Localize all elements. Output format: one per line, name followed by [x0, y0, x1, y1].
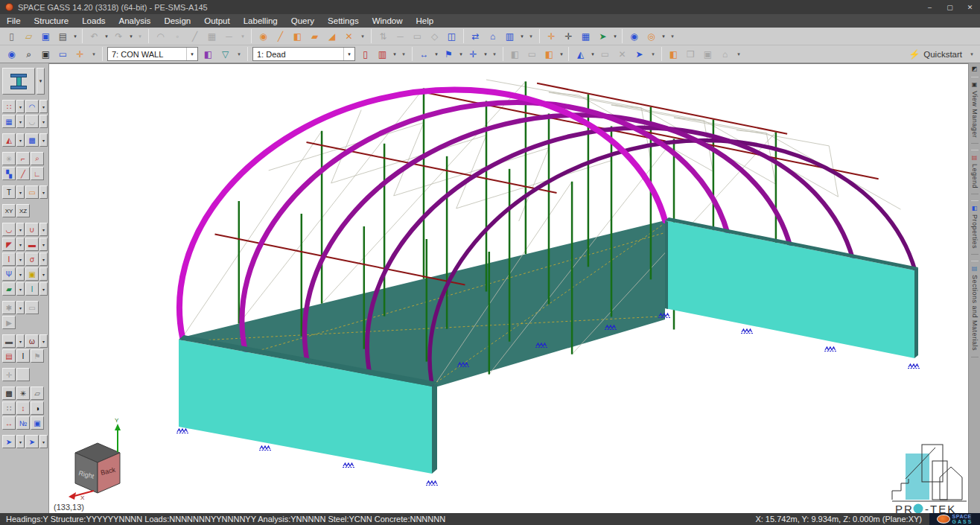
- select-members-button[interactable]: ╱: [273, 29, 288, 44]
- arc-members-button[interactable]: ◡: [2, 223, 16, 236]
- node-loads-dropdown[interactable]: ▾: [482, 47, 489, 62]
- print-dropdown[interactable]: ▾: [71, 29, 79, 44]
- sections-library-button[interactable]: Ⅰ: [25, 282, 39, 296]
- renderer-button[interactable]: ➤: [595, 29, 611, 44]
- more-select-dropdown[interactable]: ▾: [358, 29, 367, 44]
- delete-button[interactable]: ◫: [444, 29, 459, 44]
- loadcase-combo-arrow-icon[interactable]: ▾: [343, 48, 354, 60]
- pointer-tool-button[interactable]: ➤: [25, 435, 39, 448]
- selection-box-button[interactable]: ▣: [31, 416, 44, 430]
- more-loadcase-dropdown[interactable]: ▾: [399, 47, 408, 62]
- snap-grid-button[interactable]: ▩: [2, 386, 16, 400]
- section-layers-button[interactable]: ◧: [200, 47, 216, 62]
- rect-frame-dropdown[interactable]: ▾: [39, 238, 48, 251]
- beam-dimension-button[interactable]: Ⅰ: [16, 349, 30, 363]
- datasheets-button[interactable]: ▦: [578, 29, 594, 44]
- more-panels-dropdown[interactable]: ▾: [734, 47, 743, 62]
- menu-item-structure[interactable]: Structure: [28, 14, 76, 28]
- more-quickstart-dropdown[interactable]: ▾: [967, 47, 976, 62]
- dimension-tool-dropdown[interactable]: ▾: [39, 185, 48, 199]
- undo-dropdown[interactable]: ▾: [103, 29, 110, 44]
- menu-item-analysis[interactable]: Analysis: [112, 14, 158, 28]
- measure-button[interactable]: ▭: [55, 47, 71, 62]
- more-edit-dropdown[interactable]: ▾: [526, 29, 535, 44]
- snap-points-button[interactable]: ✳: [16, 386, 30, 400]
- wand-dark-button[interactable]: ✛: [561, 29, 576, 44]
- pitched-frame-dropdown[interactable]: ▾: [16, 238, 25, 251]
- menu-item-help[interactable]: Help: [410, 14, 441, 28]
- paste-properties-dropdown[interactable]: ▾: [660, 29, 667, 44]
- new-file-button[interactable]: ▯: [4, 29, 19, 44]
- wand-orange-button[interactable]: ✛: [544, 29, 559, 44]
- grid-tool-button[interactable]: ▦: [2, 115, 16, 128]
- nodes-tool-dropdown[interactable]: ▾: [16, 100, 25, 113]
- model-viewport[interactable]: Right Back Y X PR -TEK Local Professiona…: [49, 63, 968, 513]
- zoom-node-tool-button[interactable]: ⌕: [31, 152, 44, 165]
- redo-dropdown[interactable]: ▾: [127, 29, 135, 44]
- diagonal-member-tool-button[interactable]: ╱: [16, 167, 30, 180]
- axes-toggle-button[interactable]: ↕: [16, 401, 30, 415]
- numbers-toggle-button[interactable]: №: [16, 416, 30, 430]
- mesh-tool-button[interactable]: ▩: [25, 133, 39, 147]
- menu-item-loads[interactable]: Loads: [75, 14, 112, 28]
- more-loads-dropdown[interactable]: ▾: [490, 47, 499, 62]
- plane-xy-button[interactable]: XY: [2, 204, 16, 217]
- spring-supports-button[interactable]: ▣: [25, 267, 39, 281]
- dimension-tool-button[interactable]: ▭: [25, 185, 39, 199]
- info-tool-dropdown[interactable]: ▾: [16, 435, 25, 448]
- pill-tool-dropdown[interactable]: ▾: [16, 334, 25, 348]
- mesh-tool-dropdown[interactable]: ▾: [39, 133, 48, 147]
- section-shape-button[interactable]: [2, 68, 35, 95]
- filter-button[interactable]: ▽: [217, 47, 233, 62]
- more-filter-dropdown[interactable]: ▾: [235, 47, 244, 62]
- zoom-extents-button[interactable]: ◉: [4, 47, 19, 62]
- select-section-button[interactable]: ◢: [324, 29, 340, 44]
- menu-item-output[interactable]: Output: [197, 14, 237, 28]
- distributed-loads-dropdown[interactable]: ▾: [433, 47, 440, 62]
- rect-frame-button[interactable]: ▬: [25, 238, 39, 251]
- quickstart-button[interactable]: ⚡Quickstart: [904, 49, 967, 60]
- tab-sections-and-materials[interactable]: ▤Sections and Materials: [971, 261, 979, 357]
- tab-view-manager[interactable]: ▣View Manager: [971, 77, 979, 144]
- display-shaded-button[interactable]: ◭: [573, 47, 588, 62]
- grid-tool-dropdown[interactable]: ▾: [16, 115, 25, 128]
- load-table-button[interactable]: ▤: [2, 349, 16, 363]
- moving-load-dropdown[interactable]: ▾: [391, 47, 398, 62]
- tab-legend[interactable]: ▤Legend: [971, 150, 979, 194]
- standard-structure-button[interactable]: ⌂: [485, 29, 500, 44]
- close-button[interactable]: ✕: [960, 1, 980, 13]
- pan-button[interactable]: ✛: [72, 47, 88, 62]
- viewport-svg[interactable]: Right Back Y X PR -TEK Local Professiona…: [49, 64, 968, 514]
- dimension-10-button[interactable]: ↔: [2, 416, 16, 430]
- curves-tool-dropdown[interactable]: ▾: [39, 115, 48, 128]
- offset-tool-button[interactable]: ∟: [31, 167, 44, 180]
- sections-library-dropdown[interactable]: ▾: [39, 282, 48, 296]
- stress-tool-dropdown[interactable]: ▾: [39, 252, 48, 266]
- distributed-loads-button[interactable]: ↔: [416, 47, 432, 62]
- arches-tool-dropdown[interactable]: ▾: [39, 100, 48, 113]
- move-structure-button[interactable]: ▥: [502, 29, 518, 44]
- dots-grid-button[interactable]: ∷: [2, 401, 16, 415]
- shrink-members-button[interactable]: ◧: [666, 47, 681, 62]
- menu-item-file[interactable]: File: [0, 14, 28, 28]
- loadcase-info-button[interactable]: ▯: [357, 47, 373, 62]
- moment-tool-button[interactable]: ω: [25, 334, 39, 348]
- section-combo[interactable]: 7: CON WALL▾: [107, 47, 198, 61]
- renderer-dropdown[interactable]: ▾: [611, 29, 619, 44]
- bend-tool-button[interactable]: ⌐: [16, 152, 30, 165]
- select-plates-button[interactable]: ◧: [290, 29, 305, 44]
- print-button[interactable]: ▤: [55, 29, 71, 44]
- node-loads-button[interactable]: ✛: [465, 47, 481, 62]
- renumber-button[interactable]: ⇄: [468, 29, 483, 44]
- menu-item-design[interactable]: Design: [157, 14, 197, 28]
- point-loads-button[interactable]: ⚑: [441, 47, 456, 62]
- text-tool-button[interactable]: T: [2, 185, 16, 199]
- tab-properties[interactable]: ◧Properties: [971, 200, 979, 255]
- stress-tool-button[interactable]: σ: [25, 252, 39, 266]
- select-cut-button[interactable]: ✕: [341, 29, 357, 44]
- restore-button[interactable]: ▢: [940, 1, 960, 13]
- viewpoint-button[interactable]: ➤: [631, 47, 647, 62]
- spring-supports-dropdown[interactable]: ▾: [39, 267, 48, 281]
- copy-loads-dropdown[interactable]: ▾: [558, 47, 565, 62]
- select-area-button[interactable]: ▰: [307, 29, 322, 44]
